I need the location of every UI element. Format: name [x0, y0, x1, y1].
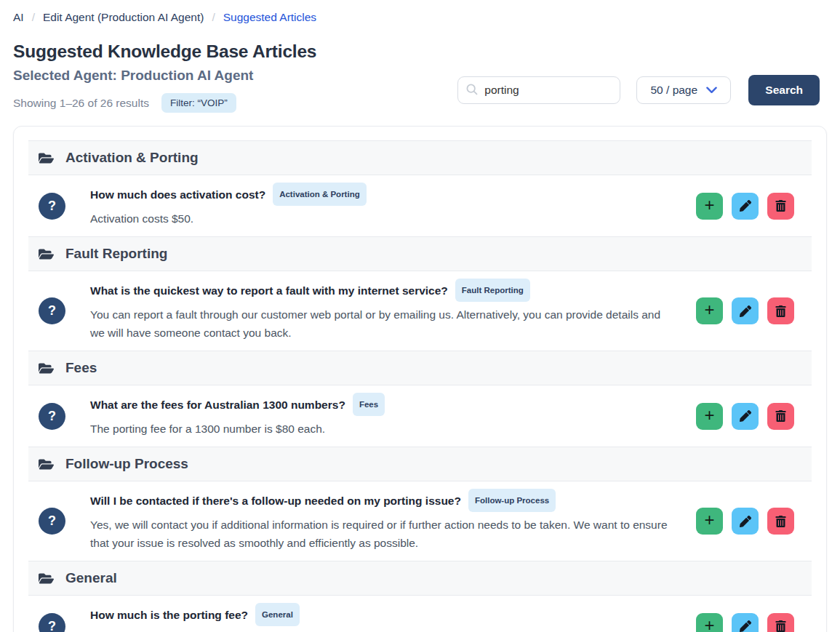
search-controls: 50 / page Search [457, 75, 820, 105]
question-mark-icon: ? [39, 508, 65, 535]
question-text: Will I be contacted if there's a follow-… [90, 495, 461, 507]
trash-icon [775, 410, 786, 422]
article-question: What is the quickest way to report a fau… [90, 280, 676, 303]
category-title: Fees [65, 360, 97, 376]
delete-article-button[interactable] [767, 193, 794, 220]
article-answer: Yes, we will contact you if additional i… [90, 516, 676, 552]
page-header: Suggested Knowledge Base Articles Select… [13, 41, 827, 113]
row-actions: + [696, 297, 794, 324]
article-row: ? Will I be contacted if there's a follo… [28, 481, 812, 561]
category-header-fault-reporting: Fault Reporting [28, 236, 812, 271]
pencil-icon [740, 516, 751, 527]
article-row: ? What is the quickest way to report a f… [28, 271, 812, 351]
question-text: How much does activation cost? [90, 188, 265, 201]
category-badge: Fault Reporting [455, 279, 530, 302]
breadcrumb-link-edit-agent[interactable]: Edit Agent (Production AI Agent) [43, 11, 204, 24]
breadcrumb-separator: / [212, 11, 215, 24]
page: AI / Edit Agent (Production AI Agent) / … [0, 0, 840, 632]
edit-article-button[interactable] [732, 613, 759, 632]
add-article-button[interactable]: + [696, 297, 723, 324]
pencil-icon [740, 620, 751, 632]
trash-icon [775, 200, 786, 212]
article-question: Will I be contacted if there's a follow-… [90, 490, 676, 513]
delete-article-button[interactable] [767, 297, 794, 324]
question-mark-icon: ? [39, 297, 65, 324]
add-article-button[interactable]: + [696, 403, 723, 430]
add-article-button[interactable]: + [696, 193, 723, 220]
edit-article-button[interactable] [732, 403, 759, 430]
category-badge: Fees [353, 393, 385, 416]
category-title: General [65, 570, 117, 586]
plus-icon: + [704, 617, 714, 632]
folder-open-icon [39, 151, 54, 166]
folder-open-icon [39, 247, 54, 262]
category-header-activation-porting: Activation & Porting [28, 140, 812, 175]
add-article-button[interactable]: + [696, 613, 723, 632]
category-title: Fault Reporting [65, 246, 167, 262]
article-row: ? How much does activation cost?Activati… [28, 175, 812, 236]
search-button[interactable]: Search [748, 75, 820, 105]
folder-open-icon [39, 457, 54, 472]
chevron-down-icon [706, 87, 717, 94]
article-content: How much does activation cost?Activation… [90, 184, 696, 228]
page-size-select[interactable]: 50 / page [636, 76, 731, 104]
question-text: How much is the porting fee? [90, 609, 248, 621]
edit-article-button[interactable] [732, 297, 759, 324]
trash-icon [775, 620, 786, 632]
row-actions: + [696, 193, 794, 220]
category-header-follow-up-process: Follow-up Process [28, 447, 812, 481]
page-size-value: 50 / page [650, 84, 697, 97]
trash-icon [775, 516, 786, 527]
breadcrumb-link-ai[interactable]: AI [13, 11, 24, 24]
category-header-fees: Fees [28, 351, 812, 385]
page-title: Suggested Knowledge Base Articles [13, 41, 827, 62]
article-question: What are the fees for Australian 1300 nu… [90, 394, 676, 417]
edit-article-button[interactable] [732, 508, 759, 535]
article-row: ? How much is the porting fee?General Lo… [28, 596, 812, 632]
article-row: ? What are the fees for Australian 1300 … [28, 385, 812, 447]
folder-open-icon [39, 361, 54, 376]
pencil-icon [740, 200, 751, 212]
article-content: How much is the porting fee?General Loca… [90, 604, 696, 632]
delete-article-button[interactable] [767, 613, 794, 632]
search-icon [465, 83, 479, 96]
category-badge: Follow-up Process [468, 489, 556, 512]
search-box [457, 76, 620, 104]
question-mark-icon: ? [39, 193, 65, 220]
results-summary: Showing 1–26 of 26 results [13, 97, 149, 110]
search-input[interactable] [457, 76, 620, 104]
article-content: What is the quickest way to report a fau… [90, 280, 696, 342]
category-title: Activation & Porting [65, 150, 199, 166]
breadcrumb: AI / Edit Agent (Production AI Agent) / … [13, 0, 827, 24]
category-badge: Activation & Porting [273, 183, 367, 206]
plus-icon: + [704, 407, 714, 424]
question-mark-icon: ? [39, 613, 65, 632]
plus-icon: + [704, 301, 714, 319]
category-header-general: General [28, 561, 812, 596]
question-text: What is the quickest way to report a fau… [90, 284, 448, 297]
trash-icon [775, 305, 786, 317]
plus-icon: + [704, 511, 714, 529]
row-actions: + [696, 403, 794, 430]
row-actions: + [696, 613, 794, 632]
category-title: Follow-up Process [65, 456, 188, 472]
edit-article-button[interactable] [732, 193, 759, 220]
question-mark-icon: ? [39, 403, 65, 430]
articles-card: Activation & Porting ? How much does act… [13, 126, 827, 632]
delete-article-button[interactable] [767, 403, 794, 430]
row-actions: + [696, 508, 794, 535]
folder-open-icon [39, 571, 54, 586]
plus-icon: + [704, 196, 714, 214]
breadcrumb-link-suggested-articles[interactable]: Suggested Articles [223, 11, 316, 24]
delete-article-button[interactable] [767, 508, 794, 535]
article-answer: Activation costs $50. [90, 209, 676, 228]
pencil-icon [740, 410, 751, 422]
article-question: How much is the porting fee?General [90, 604, 676, 628]
pencil-icon [740, 305, 751, 317]
breadcrumb-separator: / [32, 11, 35, 24]
category-badge: General [255, 603, 300, 626]
article-question: How much does activation cost?Activation… [90, 184, 676, 207]
article-answer: You can report a fault through our custo… [90, 305, 676, 342]
article-content: Will I be contacted if there's a follow-… [90, 490, 696, 552]
add-article-button[interactable]: + [696, 508, 723, 535]
